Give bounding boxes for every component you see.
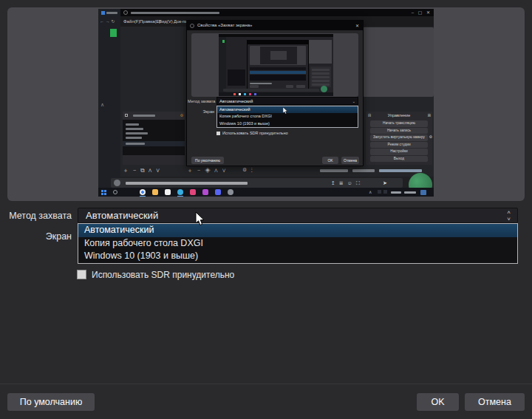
scenes-dock-header: ⚙	[123, 112, 185, 120]
inner-screen-preview	[219, 34, 333, 96]
scenes-dock: ⚙	[123, 112, 185, 165]
folder-icon[interactable]	[152, 189, 158, 195]
controls-buttons: Начать трансляцию Начать запись Запустит…	[366, 120, 432, 163]
chat-icons[interactable]: ↥≣☺⛶	[331, 180, 364, 186]
menu-edit[interactable]: Правка(E)	[140, 19, 160, 24]
chat-bar[interactable]: ↥≣☺⛶ ➤	[111, 178, 403, 188]
virtual-camera-gear-icon[interactable]: ⚙	[429, 134, 432, 139]
obs-logo-icon	[123, 10, 128, 15]
inner-capture-method-label: Метод захвата	[188, 99, 214, 103]
clock-blur	[404, 191, 416, 194]
scene-item-selected[interactable]	[123, 141, 185, 146]
avatar	[114, 180, 120, 186]
toolbar-extra-icons[interactable]: ⚙⋮	[242, 167, 256, 173]
recursion-panel-edge	[363, 27, 434, 97]
defaults-button[interactable]: По умолчанию	[7, 393, 95, 411]
status-fps-blur	[379, 169, 422, 172]
recursion-dialog-panel	[250, 46, 306, 65]
telegram-icon[interactable]	[177, 189, 183, 195]
app-icon[interactable]	[202, 189, 208, 195]
studio-mode-button[interactable]: Режим студии	[370, 142, 428, 149]
start-recording-button[interactable]: Начать запись	[370, 128, 428, 134]
force-sdr-checkbox[interactable]	[77, 270, 86, 279]
tray-icon[interactable]	[378, 190, 381, 194]
menu-file[interactable]: Файл(F)	[123, 19, 140, 24]
inner-option-dxgi[interactable]: Копия рабочего стола DXGI	[217, 113, 358, 120]
recursion-row	[250, 75, 306, 78]
scenes-toolbar-icons[interactable]: ＋－⧉∧∨	[123, 166, 163, 174]
capture-method-dropdown-list: Автоматический Копия рабочего стола DXGI…	[78, 223, 518, 264]
footer-divider	[0, 384, 532, 384]
recursion-chat-bar	[223, 89, 319, 92]
recursion-button	[250, 85, 259, 88]
exit-button[interactable]: Выход	[370, 156, 428, 163]
gear-icon[interactable]: ⚙	[180, 113, 183, 117]
recursion-dialog-titlebar	[248, 41, 308, 44]
gear-app-icon[interactable]	[228, 189, 233, 195]
window-controls-icons[interactable]: – ▢ ✕	[412, 10, 432, 15]
search-icon[interactable]	[113, 190, 117, 194]
recursion-field	[250, 67, 306, 70]
language-indicator-blur[interactable]	[391, 191, 401, 194]
app-icon[interactable]	[215, 189, 221, 195]
text-blur	[250, 83, 272, 84]
option-dxgi-desktop-duplication[interactable]: Копия рабочего стола DXGI	[78, 237, 517, 251]
inner-sdr-label: Использовать SDR принудительно	[222, 131, 288, 135]
chevron-updown-icon: ˄˅	[507, 209, 511, 222]
inner-screen-label: Экран	[188, 109, 214, 114]
text-blur	[126, 143, 145, 145]
notification-icon[interactable]	[420, 190, 426, 195]
windows-start-icon[interactable]	[101, 190, 106, 195]
recursion-green-circle	[321, 86, 327, 92]
option-windows-10-1903[interactable]: Windows 10 (1903 и выше)	[78, 250, 517, 263]
app-icon[interactable]	[165, 189, 171, 195]
capture-method-combobox[interactable]: Автоматический ˄˅	[78, 208, 518, 223]
close-icon[interactable]: ✕	[355, 23, 359, 28]
settings-button[interactable]: Настройки	[370, 149, 428, 155]
start-streaming-button[interactable]: Начать трансляцию	[370, 120, 428, 127]
inner-option-automatic[interactable]: Автоматический	[217, 106, 358, 113]
controls-dock-title: Управление	[375, 113, 423, 117]
menu-view[interactable]: Вид(V)	[159, 19, 173, 24]
scenes-list[interactable]	[123, 120, 185, 155]
tray-expand-icon[interactable]: ∧	[369, 189, 372, 194]
browser-tab	[100, 10, 119, 16]
recursion-controls-dock	[310, 67, 331, 87]
force-sdr-label: Использовать SDR принудительно	[92, 270, 234, 280]
browser-sidebar: ← → ↻ ∧	[98, 9, 120, 197]
chrome-icon[interactable]	[140, 189, 146, 195]
tab-favicon-icon	[101, 11, 105, 15]
send-icon[interactable]: ➤	[383, 180, 387, 186]
virtual-camera-button[interactable]: Запустить виртуальную камеру	[370, 134, 428, 141]
cancel-button[interactable]: Отмена	[465, 393, 525, 411]
inner-defaults-button[interactable]: По умолчанию	[191, 157, 224, 164]
windows-taskbar: ∧	[98, 188, 434, 197]
inner-option-win10[interactable]: Windows 10 (1903 и выше)	[217, 120, 358, 127]
inner-cancel-button[interactable]: Отмена	[341, 157, 359, 164]
inner-capture-method-combobox[interactable]: Автоматический ⌄	[216, 97, 358, 105]
dock-collapse-icon[interactable]: ⊟	[368, 113, 371, 117]
window-title-blur	[131, 12, 219, 15]
option-automatic[interactable]: Автоматический	[78, 224, 517, 237]
inner-dialog-title: Свойства «Захват экрана»	[197, 23, 252, 27]
scene-item-blur	[126, 132, 148, 134]
controls-dock-header: ⊟ Управление ⊞	[366, 112, 432, 120]
ok-button[interactable]: OK	[417, 393, 459, 411]
tray-icon[interactable]	[383, 190, 387, 194]
inner-sdr-checkbox[interactable]	[216, 132, 220, 135]
scene-item-blur	[126, 123, 139, 126]
properties-dialog: ← → ↻ ∧ – ▢ ✕ Файл(F) Правка(E) Вид(V) Д…	[0, 0, 532, 419]
dock-menu-icon[interactable]: ⊞	[428, 113, 431, 117]
sources-toolbar-icons[interactable]: ＋－◈∧∨	[187, 166, 229, 174]
screen-label: Экран	[0, 231, 72, 242]
inner-ok-button[interactable]: OK	[322, 157, 338, 164]
scene-item-blur	[126, 128, 143, 130]
app-icon[interactable]	[190, 189, 196, 195]
green-thumbnail	[222, 40, 225, 43]
preview-panel: ← → ↻ ∧ – ▢ ✕ Файл(F) Правка(E) Вид(V) Д…	[7, 7, 525, 201]
browser-nav-icons: ← → ↻	[100, 18, 115, 24]
recursion-panel-edge	[307, 40, 332, 64]
recursion-titlebar	[219, 34, 333, 37]
status-text-blur	[320, 169, 348, 172]
recursion-blur	[270, 51, 287, 60]
